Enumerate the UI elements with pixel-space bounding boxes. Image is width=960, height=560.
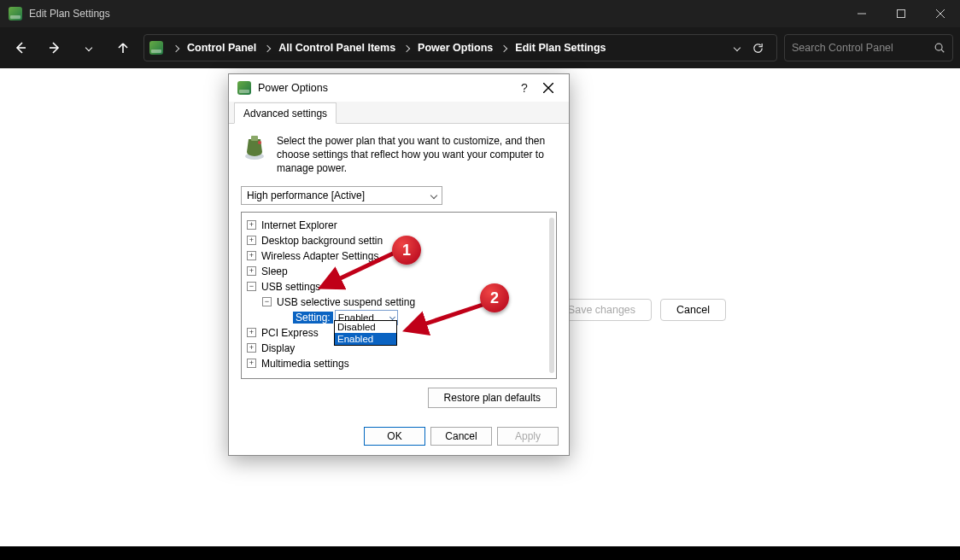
forward-button[interactable] (41, 34, 68, 61)
help-button[interactable]: ? (512, 76, 536, 100)
tab-advanced-settings[interactable]: Advanced settings (234, 102, 337, 124)
power-options-icon (9, 7, 22, 20)
expand-icon[interactable]: + (247, 251, 256, 260)
minimize-button[interactable] (842, 0, 881, 27)
recent-locations-button[interactable] (75, 34, 102, 61)
close-button[interactable] (921, 0, 960, 27)
dialog-close-button[interactable] (536, 76, 560, 100)
scrollbar[interactable] (549, 218, 554, 373)
tree-item-usb-settings[interactable]: USB settings (261, 281, 320, 293)
intro-icon (241, 134, 268, 161)
breadcrumb-item[interactable]: All Control Panel Items (275, 42, 399, 54)
svg-line-14 (419, 304, 485, 326)
expand-icon[interactable]: + (247, 266, 256, 276)
search-input[interactable]: Search Control Panel (784, 34, 953, 61)
annotation-badge-2: 2 (480, 283, 509, 312)
setting-label: Setting: (293, 312, 333, 324)
expand-icon[interactable]: + (247, 328, 256, 337)
breadcrumb-item[interactable]: Control Panel (184, 42, 260, 54)
tree-item[interactable]: Desktop background settin (261, 235, 383, 247)
dropdown-option-disabled[interactable]: Disabled (335, 321, 396, 333)
dialog-cancel-button[interactable]: Cancel (430, 427, 492, 446)
svg-point-6 (935, 44, 942, 50)
settings-tree: +Internet Explorer +Desktop background s… (241, 212, 557, 379)
expand-icon[interactable]: + (247, 236, 256, 245)
breadcrumb[interactable]: Control Panel All Control Panel Items Po… (143, 34, 777, 61)
collapse-icon[interactable]: − (262, 297, 272, 306)
content-area: Save changes Cancel Power Options ? Adva… (0, 68, 960, 546)
svg-line-7 (941, 50, 944, 52)
tree-item[interactable]: PCI Express (261, 327, 319, 339)
dialog-footer: OK Cancel Apply (229, 417, 569, 455)
dialog-title: Power Options (258, 82, 328, 94)
svg-line-13 (333, 253, 395, 282)
expand-icon[interactable]: + (247, 220, 256, 230)
breadcrumb-item[interactable]: Edit Plan Settings (512, 42, 609, 54)
breadcrumb-item[interactable]: Power Options (414, 42, 496, 54)
expand-icon[interactable]: + (247, 359, 256, 368)
svg-rect-1 (898, 10, 905, 18)
chevron-down-icon (430, 191, 437, 198)
setting-dropdown-list: Disabled Enabled (334, 320, 397, 346)
search-placeholder: Search Control Panel (792, 42, 893, 54)
tree-item[interactable]: Internet Explorer (261, 219, 337, 231)
breadcrumb-icon (149, 41, 163, 55)
navbar: Control Panel All Control Panel Items Po… (0, 27, 960, 68)
dialog-icon (237, 81, 251, 95)
maximize-button[interactable] (881, 0, 921, 27)
search-icon (934, 42, 945, 54)
up-button[interactable] (109, 34, 137, 61)
tree-item-usb-selective-suspend[interactable]: USB selective suspend setting (277, 296, 415, 308)
titlebar: Edit Plan Settings (0, 0, 960, 27)
refresh-icon[interactable] (752, 42, 764, 55)
expand-icon[interactable]: + (247, 343, 256, 353)
explorer-window: Edit Plan Settings Control Panel All Con… (0, 0, 960, 546)
cancel-button[interactable]: Cancel (660, 299, 726, 321)
svg-point-12 (258, 141, 261, 144)
collapse-icon[interactable]: − (247, 282, 256, 291)
back-button[interactable] (7, 34, 34, 61)
tabstrip: Advanced settings (229, 102, 569, 124)
plan-select-value: High performance [Active] (247, 190, 365, 201)
annotation-badge-1: 1 (392, 236, 421, 265)
dropdown-option-enabled[interactable]: Enabled (335, 333, 396, 345)
plan-select[interactable]: High performance [Active] (241, 186, 442, 205)
annotation-arrow-1 (325, 248, 401, 290)
breadcrumb-dropdown-icon[interactable] (734, 44, 740, 51)
window-title: Edit Plan Settings (29, 8, 110, 20)
svg-rect-11 (251, 136, 258, 141)
dialog-titlebar: Power Options ? (229, 74, 569, 102)
annotation-arrow-2 (410, 300, 492, 335)
ok-button[interactable]: OK (364, 427, 425, 446)
tree-item[interactable]: Display (261, 342, 295, 354)
intro-text: Select the power plan that you want to c… (277, 134, 557, 176)
apply-button[interactable]: Apply (497, 427, 559, 446)
tree-item[interactable]: Multimedia settings (261, 358, 349, 370)
restore-defaults-button[interactable]: Restore plan defaults (428, 388, 557, 408)
tree-item[interactable]: Sleep (261, 265, 288, 277)
